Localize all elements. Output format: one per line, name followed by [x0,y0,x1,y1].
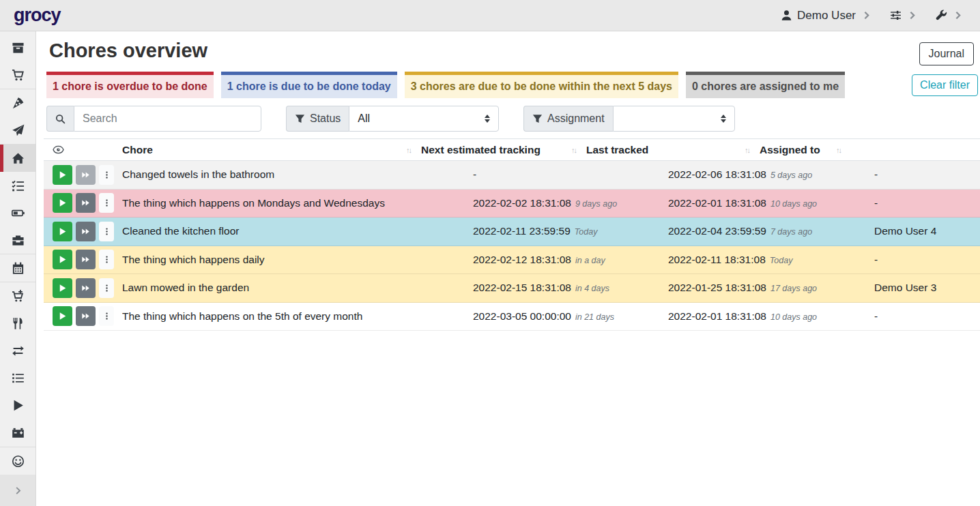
sliders-icon [890,10,902,21]
chevron-right-icon [952,10,964,21]
last-tracked-relative: Today [770,256,793,265]
fast-forward-icon [81,227,90,236]
battery-tracking-car-battery-icon [12,426,25,439]
sidebar-item-inventory[interactable] [0,364,35,391]
table-row: The thing which happens on the 5th of ev… [44,303,980,331]
assignment-filter-label: Assignment [523,106,613,132]
tasks-checklist-icon [12,179,25,192]
fast-forward-icon [81,170,90,179]
app-logo[interactable]: grocy [14,5,61,26]
assignment-select[interactable] [613,106,735,132]
journal-button[interactable]: Journal [919,42,974,65]
sidebar-item-chore-tracking[interactable] [0,391,35,419]
chore-tracking-play-icon [12,399,25,412]
track-execution-play-button[interactable] [53,193,72,213]
ellipsis-vertical-icon [102,227,111,236]
calendar-icon [12,262,25,275]
shopping-cart-icon [12,69,25,82]
track-execution-play-button[interactable] [53,222,72,241]
column-header-last-tracked[interactable]: Last tracked ↑↓ [581,139,755,160]
play-icon [58,284,67,293]
summary-card[interactable]: 3 chores are due to be done within the n… [405,72,678,98]
sidebar-item-chores[interactable] [0,145,35,172]
wrench-icon [936,10,947,21]
skip-execution-button[interactable] [76,250,96,269]
battery-icon [12,207,25,220]
settings-menu[interactable] [936,10,964,21]
fast-forward-icon [81,312,90,321]
sidebar-item-feedback[interactable] [0,447,35,475]
select-arrows-icon [485,115,490,123]
chore-name: The thing which happens daily [122,254,473,266]
play-icon [58,170,67,179]
sidebar-collapse-button[interactable] [0,475,35,506]
last-tracked-relative: 10 days ago [770,312,817,322]
assigned-to-cell: - [874,254,980,266]
row-context-menu-button[interactable] [99,278,114,298]
ellipsis-vertical-icon [102,170,111,179]
stock-box-icon [12,42,25,55]
sidebar-item-battery-tracking[interactable] [0,419,35,446]
sidebar-item-equipment[interactable] [0,226,35,254]
skip-execution-button[interactable] [76,278,96,298]
track-execution-play-button[interactable] [53,306,72,326]
row-context-menu-button[interactable] [99,250,114,269]
sidebar-item-tasks[interactable] [0,172,35,199]
status-select[interactable]: All [349,106,499,132]
clear-filter-button[interactable]: Clear filter [912,74,978,96]
chevron-right-icon [861,10,872,21]
play-icon [58,255,67,264]
column-header-chore[interactable]: Chore ↑↓ [117,139,416,160]
chore-name: The thing which happens on the 5th of ev… [122,310,473,323]
fast-forward-icon [81,198,90,207]
table-row: Changed towels in the bathroom - 2022-02… [44,161,980,190]
next-tracking-relative: in 21 days [575,312,614,322]
search-input[interactable] [74,106,261,132]
sidebar-item-purchase[interactable] [0,282,35,310]
column-header-next-tracking[interactable]: Next estimated tracking ↑↓ [416,139,581,160]
skip-execution-button[interactable] [76,306,96,326]
chore-name: Lawn mowed in the garden [122,282,473,294]
row-context-menu-button[interactable] [99,222,114,241]
track-execution-play-button[interactable] [53,250,72,269]
sidebar-item-stock[interactable] [0,34,35,61]
sidebar-item-calendar[interactable] [0,254,35,282]
chore-name: Changed towels in the bathroom [122,168,473,181]
sort-icon: ↑↓ [745,146,749,154]
summary-card[interactable]: 1 chore is due to be done today [221,72,397,98]
track-execution-play-button[interactable] [53,165,72,185]
assigned-to-cell: - [874,168,980,181]
ellipsis-vertical-icon [102,255,111,264]
table-row: The thing which happens on Mondays and W… [44,190,980,218]
sidebar-item-transfer[interactable] [0,337,35,364]
row-context-menu-button[interactable] [99,193,114,213]
visibility-column-header[interactable] [44,139,117,160]
track-execution-play-button[interactable] [53,278,72,298]
sidebar-item-batteries[interactable] [0,199,35,226]
summary-card[interactable]: 0 chores are assigned to me [686,72,845,98]
row-context-menu-button[interactable] [99,306,114,326]
column-header-assigned-to[interactable]: Assigned to ↑↓ [755,139,846,160]
last-tracked-cell: 2022-02-01 18:31:0810 days ago [668,310,874,323]
manage-menu[interactable] [890,10,918,21]
user-menu[interactable]: Demo User [781,9,872,23]
next-tracking-cell: 2022-02-12 18:31:08in a day [473,254,668,266]
play-icon [58,198,67,207]
assigned-to-cell: - [874,197,980,209]
sidebar-item-shopping-list[interactable] [0,61,35,89]
filter-funnel-icon [532,114,543,124]
last-tracked-relative: 10 days ago [770,199,817,209]
row-context-menu-button[interactable] [99,165,114,185]
sidebar-item-recipes[interactable] [0,89,35,117]
skip-execution-button[interactable] [76,165,96,185]
user-name-label: Demo User [797,9,856,23]
skip-execution-button[interactable] [76,222,96,241]
sidebar-item-meal-plan[interactable] [0,117,35,144]
summary-card[interactable]: 1 chore is overdue to be done [46,72,214,98]
chevron-right-icon [906,10,918,21]
next-tracking-relative: in a day [575,256,605,265]
sidebar-item-consume[interactable] [0,310,35,337]
topbar: grocy Demo User [0,0,980,31]
last-tracked-cell: 2022-02-04 23:59:597 days ago [668,225,874,237]
skip-execution-button[interactable] [76,193,96,213]
